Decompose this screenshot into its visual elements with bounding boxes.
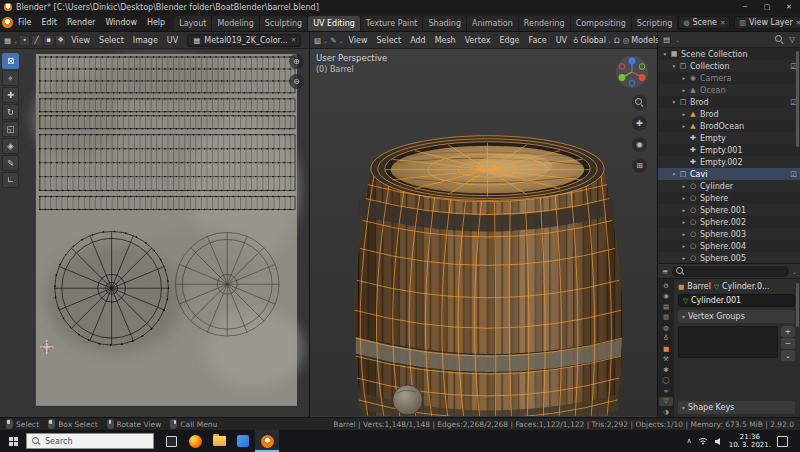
vertex-groups-panel-header[interactable]: ▾ Vertex Groups <box>678 310 795 323</box>
wifi-icon[interactable] <box>698 437 708 445</box>
cursor-tool[interactable]: ⌖ <box>2 70 19 86</box>
photos-button[interactable] <box>231 430 255 452</box>
ortho-toggle-icon[interactable]: ⊞ <box>632 158 647 173</box>
viewport-editor-type-icon[interactable]: ▧ <box>313 36 322 45</box>
physics-tab-icon[interactable]: ◯ <box>659 376 673 386</box>
breadcrumb-object[interactable]: Barrel <box>687 282 711 291</box>
view-layer-selector[interactable]: ▥ View Layer ✕ <box>734 16 800 29</box>
constraints-tab-icon[interactable]: ∞ <box>659 386 673 396</box>
menu-edit[interactable]: Edit <box>36 18 62 27</box>
camera-view-icon[interactable]: ◉ <box>632 137 647 152</box>
expand-arrow[interactable]: ▾ <box>670 99 678 105</box>
properties-search-input[interactable] <box>672 266 789 277</box>
filter-icon[interactable]: ▽ <box>788 35 796 44</box>
outliner-row[interactable]: ▸ ○ Sphere.002 <box>658 216 800 228</box>
minimize-button[interactable]: ─ <box>734 0 756 14</box>
expand-arrow[interactable]: ▸ <box>680 255 688 261</box>
scene-tab-icon[interactable]: ◍ <box>659 323 673 333</box>
action-center-icon[interactable] <box>777 436 788 447</box>
expand-arrow[interactable]: ▸ <box>680 75 688 81</box>
shape-keys-panel-header[interactable]: ▾ Shape Keys <box>678 401 795 414</box>
menu-file[interactable]: File <box>13 18 36 27</box>
task-view-button[interactable] <box>159 430 183 452</box>
tab-scripting[interactable]: Scripting <box>632 16 679 31</box>
zoom-in-icon[interactable]: ⊕ <box>289 54 304 69</box>
start-button[interactable] <box>0 430 26 452</box>
expand-arrow[interactable]: ▸ <box>680 219 688 225</box>
uv-vertex-mode-button[interactable]: ∙ <box>19 35 30 46</box>
vertex-group-specials-button[interactable]: ⌄ <box>781 350 795 361</box>
expand-arrow[interactable]: ▸ <box>680 183 688 189</box>
expand-arrow[interactable]: ▸ <box>680 87 688 93</box>
vp-menu-vertex[interactable]: Vertex <box>461 36 495 45</box>
render-tab-icon[interactable]: ◉ <box>659 292 673 302</box>
outliner-scrollbar[interactable] <box>796 51 799 147</box>
outliner-row[interactable]: ▸ ○ Sphere.005 <box>658 252 800 263</box>
expand-arrow[interactable]: ▸ <box>680 111 688 117</box>
world-tab-icon[interactable]: ♁ <box>659 334 673 344</box>
models-dropdown[interactable]: Models <box>631 36 659 45</box>
particles-tab-icon[interactable]: ✱ <box>659 365 673 375</box>
outliner-row[interactable]: ✚ Empty.001 <box>658 144 800 156</box>
uv-edge-mode-button[interactable]: ╱ <box>31 35 42 46</box>
tool-tab-icon[interactable]: ⚙ <box>659 281 673 291</box>
outliner-row[interactable]: ✚ Empty <box>658 132 800 144</box>
uv-editor-type-icon[interactable]: ▦ <box>3 36 12 45</box>
uv-canvas-region[interactable]: ⊠ ⌖ ✚ ↻ ◱ ◈ ✎ ∟ ⊕ ⊖ <box>0 49 309 417</box>
vertex-groups-list[interactable] <box>678 326 778 358</box>
close-button[interactable]: ✕ <box>778 0 800 14</box>
uv-menu-image[interactable]: Image <box>129 36 162 45</box>
zoom-out-icon[interactable]: ⊖ <box>289 74 304 89</box>
breadcrumb-data[interactable]: Cylinder.0... <box>722 282 770 291</box>
file-explorer-button[interactable] <box>207 430 231 452</box>
uv-menu-select[interactable]: Select <box>95 36 128 45</box>
view-layer-tab-icon[interactable]: ▥ <box>659 313 673 323</box>
transform-orientation-dropdown[interactable]: Global <box>580 36 606 45</box>
uv-menu-uv[interactable]: UV <box>163 36 182 45</box>
visibility-checkbox[interactable]: ☑ <box>790 170 797 179</box>
tab-sculpting[interactable]: Sculpting <box>260 16 308 31</box>
uv-canvas[interactable] <box>0 49 309 416</box>
edit-mode-icon[interactable]: ✎ <box>329 36 337 45</box>
outliner-row[interactable]: ✚ Empty.002 <box>658 156 800 168</box>
properties-editor-type-icon[interactable]: ≡ <box>661 267 669 276</box>
vp-menu-face[interactable]: Face <box>525 36 551 45</box>
annotate-tool[interactable]: ✎ <box>2 155 19 171</box>
uv-face-mode-button[interactable]: ▪ <box>43 35 54 46</box>
tray-chevron-icon[interactable]: ∧ <box>687 437 692 445</box>
viewport-canvas-region[interactable]: User Perspective (0) Barrel <box>310 49 657 417</box>
outliner-row[interactable]: ▸ ▲ Brod <box>658 108 800 120</box>
add-vertex-group-button[interactable]: + <box>781 326 795 337</box>
object-data-tab-icon[interactable]: ▽ <box>659 397 673 407</box>
output-tab-icon[interactable]: ▤ <box>659 302 673 312</box>
taskbar-search[interactable]: Search <box>26 433 154 449</box>
image-datablock-selector[interactable]: ▦ Metal019_2K_Color... ✕ <box>187 34 301 47</box>
navigation-gizmo[interactable] <box>615 55 649 91</box>
modifiers-tab-icon[interactable]: ⚒ <box>659 355 673 365</box>
vp-menu-edge[interactable]: Edge <box>495 36 523 45</box>
maximize-button[interactable]: ▢ <box>756 0 778 14</box>
expand-arrow[interactable]: ▸ <box>680 207 688 213</box>
expand-arrow[interactable]: ▸ <box>680 243 688 249</box>
outliner-row[interactable]: ▾ □ Brod ☑ <box>658 96 800 108</box>
expand-arrow[interactable]: ▾ <box>670 171 678 177</box>
mesh-name-field[interactable]: ▽ Cylinder.001 <box>678 294 795 307</box>
scene-unlink-icon[interactable]: ✕ <box>720 19 725 27</box>
expand-arrow[interactable]: ▸ <box>680 195 688 201</box>
menu-help[interactable]: Help <box>142 18 170 27</box>
tab-texture-paint[interactable]: Texture Paint <box>361 16 424 31</box>
outliner-editor-type-icon[interactable]: ▤ <box>662 35 671 44</box>
outliner-row[interactable]: ▸ ○ Sphere <box>658 192 800 204</box>
outliner-search-icon[interactable] <box>775 35 784 44</box>
zoom-icon[interactable] <box>632 95 647 110</box>
measure-tool[interactable]: ∟ <box>2 172 19 188</box>
tab-shading[interactable]: Shading <box>423 16 467 31</box>
tab-modeling[interactable]: Modeling <box>212 16 259 31</box>
expand-arrow[interactable]: ▸ <box>680 123 688 129</box>
outliner-row[interactable]: ▾ □ Collection ☑ <box>658 60 800 72</box>
tab-compositing[interactable]: Compositing <box>571 16 632 31</box>
vp-menu-select[interactable]: Select <box>372 36 405 45</box>
tab-uv-editing[interactable]: UV Editing <box>308 16 361 31</box>
tab-rendering[interactable]: Rendering <box>519 16 571 31</box>
menu-window[interactable]: Window <box>100 18 142 27</box>
